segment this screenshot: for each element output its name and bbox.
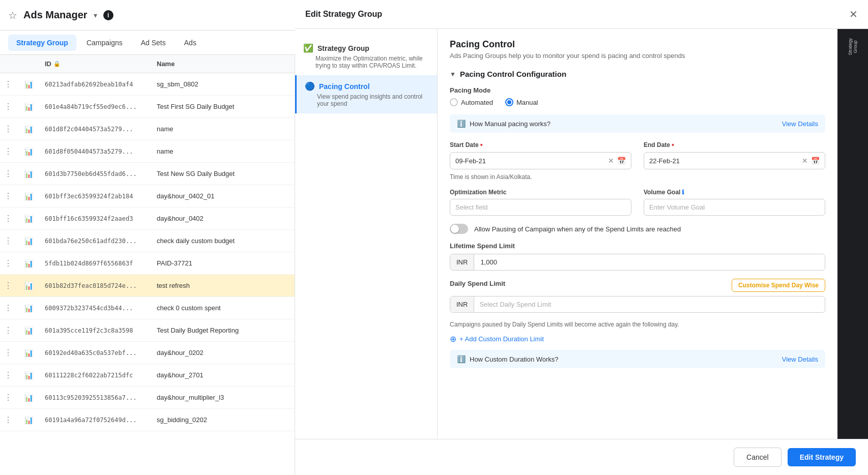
config-section-header[interactable]: ▼ Pacing Control Configuration <box>450 70 825 78</box>
start-date-label: Start Date • <box>450 141 631 149</box>
row-name: day&hour_0402 <box>153 211 295 226</box>
row-chart[interactable]: 📊 <box>20 211 41 227</box>
radio-manual-circle <box>505 98 513 106</box>
row-chart[interactable]: 📊 <box>20 166 41 182</box>
row-dots[interactable]: ⋮ <box>0 254 20 272</box>
row-dots[interactable]: ⋮ <box>0 75 20 93</box>
app-chevron-icon[interactable]: ▾ <box>94 11 97 19</box>
start-date-group: Start Date • 09-Feb-21 ✕ 📅 <box>450 141 631 169</box>
tab-ads[interactable]: Ads <box>176 35 205 51</box>
daily-spend-label: Daily Spend Limit <box>450 280 505 287</box>
row-dots[interactable]: ⋮ <box>0 366 20 384</box>
row-dots[interactable]: ⋮ <box>0 210 20 227</box>
row-name: name <box>153 143 295 159</box>
volume-goal-input[interactable]: Enter Volume Goal <box>644 199 825 216</box>
table-row: ⋮ 📊 601bda76e250c61adfd230... check dail… <box>0 230 295 252</box>
row-dots[interactable]: ⋮ <box>0 277 20 294</box>
customise-spend-button[interactable]: Customise Spend Day Wise <box>732 279 825 292</box>
tab-strategy-group[interactable]: Strategy Group <box>8 35 76 51</box>
sidebar-item-pacing-control[interactable]: 🔵 Pacing Control View spend pacing insig… <box>295 75 437 113</box>
col-name: Name <box>153 60 295 68</box>
row-chart[interactable]: 📊 <box>20 143 41 160</box>
close-button[interactable]: ✕ <box>849 8 858 20</box>
daily-spend-select[interactable]: Select Daily Spend Limit <box>474 296 825 312</box>
row-id: 601a395cce119f2c3c8a3598 <box>41 323 153 338</box>
row-chart[interactable]: 📊 <box>20 390 41 406</box>
row-chart[interactable]: 📊 <box>20 76 41 93</box>
modal-footer: Cancel Edit Strategy <box>295 439 868 475</box>
optimization-metric-group: Optimization Metric Select field <box>450 189 631 216</box>
edit-strategy-button[interactable]: Edit Strategy <box>788 448 856 466</box>
right-strip-label: StrategyGroup <box>848 38 858 55</box>
table-row: ⋮ 📊 60113c95203925513856a7... day&hour_m… <box>0 387 295 409</box>
table-rows: ⋮ 📊 60213adfab62692beab10af4 sg_sbm_0802… <box>0 73 295 431</box>
calendar-end-icon[interactable]: 📅 <box>811 157 820 165</box>
row-dots[interactable]: ⋮ <box>0 344 20 362</box>
app-name: Ads Manager <box>23 9 88 21</box>
row-name: Test New SG Daily Budget <box>153 166 295 182</box>
calendar-start-icon[interactable]: 📅 <box>617 157 626 165</box>
info-circle-icon: ℹ️ <box>457 120 466 128</box>
row-chart[interactable]: 📊 <box>20 278 41 294</box>
row-name: check daily custom budget <box>153 233 295 249</box>
row-id: 60191a4a96a72f0752649d... <box>41 412 153 428</box>
row-dots[interactable]: ⋮ <box>0 142 20 160</box>
star-icon[interactable]: ☆ <box>8 9 17 21</box>
lifetime-currency: INR <box>450 254 474 270</box>
row-chart[interactable]: 📊 <box>20 233 41 249</box>
radio-manual[interactable]: Manual <box>505 98 538 106</box>
circle-check-icon: 🔵 <box>305 81 315 91</box>
end-date-input[interactable]: 22-Feb-21 ✕ 📅 <box>644 152 825 169</box>
row-dots[interactable]: ⋮ <box>0 321 20 339</box>
lifetime-spend-value[interactable] <box>474 254 825 270</box>
sidebar-strategy-title: ✅ Strategy Group <box>303 43 429 53</box>
radio-manual-dot <box>507 100 511 104</box>
optimization-metric-label: Optimization Metric <box>450 189 631 196</box>
row-chart[interactable]: 📊 <box>20 367 41 383</box>
table-row: ⋮ 📊 60191a4a96a72f0752649d... sg_bidding… <box>0 409 295 431</box>
view-details-link[interactable]: View Details <box>782 120 818 128</box>
row-id: 601bda76e250c61adfd230... <box>41 233 153 249</box>
row-id: 601d3b7750eb6d455fdad6... <box>41 166 153 182</box>
row-dots[interactable]: ⋮ <box>0 120 20 138</box>
modal-sidebar: ✅ Strategy Group Maximize the Optimizati… <box>295 29 438 439</box>
row-chart[interactable]: 📊 <box>20 322 41 339</box>
row-name: Test First SG Daily Budget <box>153 99 295 114</box>
tab-ad-sets[interactable]: Ad Sets <box>133 35 174 51</box>
view-custom-details-link[interactable]: View Details <box>782 355 818 363</box>
add-custom-duration-link[interactable]: ⊕ + Add Custom Duration Limit <box>450 334 825 344</box>
row-id: 601e4a84b719cf55ed9ec6... <box>41 99 153 114</box>
sidebar-item-strategy-group[interactable]: ✅ Strategy Group Maximize the Optimizati… <box>295 37 437 75</box>
pausing-toggle[interactable] <box>450 224 468 234</box>
cancel-button[interactable]: Cancel <box>734 448 782 467</box>
check-icon: ✅ <box>303 43 313 53</box>
start-date-input[interactable]: 09-Feb-21 ✕ 📅 <box>450 152 631 169</box>
row-chart[interactable]: 📊 <box>20 188 41 204</box>
row-dots[interactable]: ⋮ <box>0 389 20 406</box>
clear-end-date-icon[interactable]: ✕ <box>802 157 808 165</box>
row-dots[interactable]: ⋮ <box>0 165 20 183</box>
how-custom-info-icon: ℹ️ <box>457 355 466 363</box>
clear-start-date-icon[interactable]: ✕ <box>608 157 614 165</box>
row-chart[interactable]: 📊 <box>20 99 41 115</box>
sidebar-pacing-title: 🔵 Pacing Control <box>305 81 429 91</box>
row-dots[interactable]: ⋮ <box>0 411 20 429</box>
optimization-metric-select[interactable]: Select field <box>450 199 631 216</box>
row-chart[interactable]: 📊 <box>20 412 41 428</box>
radio-automated[interactable]: Automated <box>450 98 493 106</box>
table-row: ⋮ 📊 5fdb11b024d8697f6556863f PAID-37721 <box>0 252 295 275</box>
row-chart[interactable]: 📊 <box>20 345 41 361</box>
table-row: ⋮ 📊 601a395cce119f2c3c8a3598 Test Daily … <box>0 319 295 342</box>
row-dots[interactable]: ⋮ <box>0 187 20 205</box>
row-name: Test Daily Budget Reporting <box>153 322 295 338</box>
row-dots[interactable]: ⋮ <box>0 232 20 250</box>
info-icon[interactable]: i <box>103 10 113 20</box>
row-chart[interactable]: 📊 <box>20 255 41 272</box>
row-dots[interactable]: ⋮ <box>0 299 20 317</box>
timezone-note: Time is shown in Asia/Kolkata. <box>450 173 825 181</box>
row-chart[interactable]: 📊 <box>20 300 41 316</box>
row-dots[interactable]: ⋮ <box>0 98 20 115</box>
collapse-arrow-icon: ▼ <box>450 71 456 78</box>
row-chart[interactable]: 📊 <box>20 121 41 137</box>
tab-campaigns[interactable]: Campaigns <box>78 35 131 51</box>
